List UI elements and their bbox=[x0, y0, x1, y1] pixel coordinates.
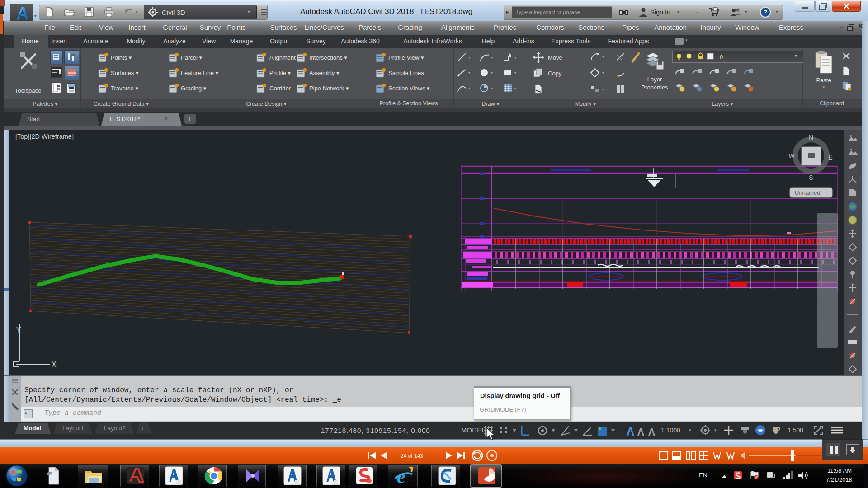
svg-text:Y: Y bbox=[16, 326, 21, 334]
svg-text:Unnamed: Unnamed bbox=[795, 189, 820, 196]
svg-text:W: W bbox=[788, 152, 795, 160]
svg-text:X: X bbox=[52, 361, 57, 368]
svg-text:S: S bbox=[809, 174, 813, 181]
svg-text:E: E bbox=[828, 154, 832, 161]
svg-text:24 of 143: 24 of 143 bbox=[401, 453, 423, 459]
svg-text:N: N bbox=[809, 134, 813, 141]
